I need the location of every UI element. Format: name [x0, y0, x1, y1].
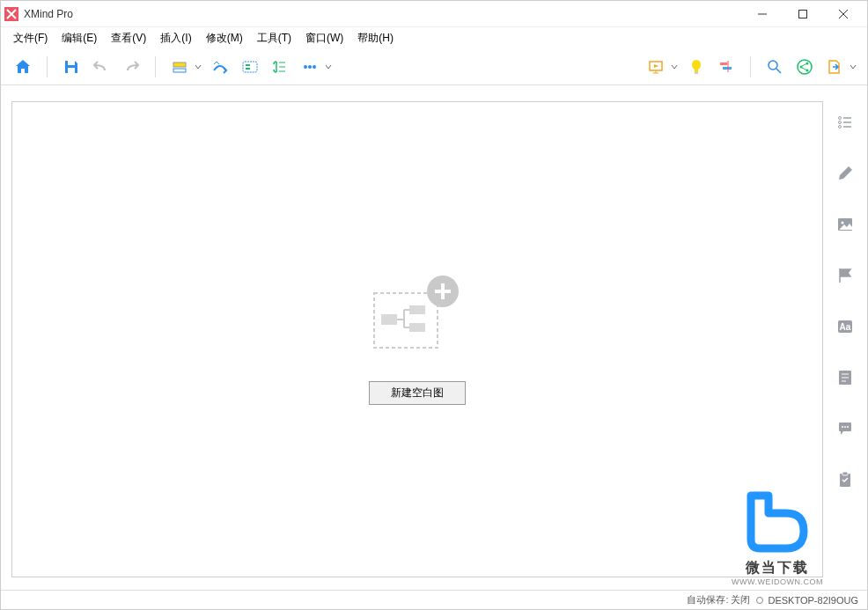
sidebar-marker[interactable]	[835, 265, 856, 286]
placeholder: 新建空白图	[369, 274, 466, 405]
svg-rect-4	[173, 62, 186, 67]
svg-text:Aa: Aa	[840, 322, 851, 332]
presentation-icon	[647, 58, 665, 76]
window-title: XMind Pro	[24, 8, 742, 20]
boundary-button[interactable]	[237, 54, 263, 80]
sidebar-font[interactable]: Aa	[835, 316, 856, 337]
font-icon: Aa	[836, 318, 854, 335]
svg-rect-3	[68, 68, 75, 73]
svg-point-22	[769, 61, 777, 70]
gantt-button[interactable]	[713, 54, 739, 80]
summary-button[interactable]	[267, 54, 293, 80]
menu-window[interactable]: 窗口(W)	[298, 29, 350, 48]
svg-rect-2	[68, 61, 75, 65]
separator	[750, 56, 751, 77]
svg-rect-19	[720, 62, 727, 65]
separator	[155, 56, 156, 77]
relationship-button[interactable]	[207, 54, 233, 80]
notes-icon	[836, 369, 854, 386]
gantt-icon	[717, 58, 735, 76]
menu-insert[interactable]: 插入(I)	[153, 29, 198, 48]
svg-rect-7	[246, 64, 250, 66]
idea-button[interactable]	[683, 54, 710, 80]
menu-file[interactable]: 文件(F)	[6, 29, 55, 48]
menu-help[interactable]: 帮助(H)	[350, 29, 401, 48]
sidebar-image[interactable]	[835, 214, 856, 235]
share-icon	[796, 58, 813, 76]
lightbulb-icon	[688, 58, 705, 76]
menu-tools[interactable]: 工具(T)	[250, 29, 298, 48]
svg-line-29	[802, 68, 806, 70]
canvas-area[interactable]: 新建空白图	[11, 101, 823, 577]
search-button[interactable]	[761, 54, 788, 80]
svg-point-13	[308, 65, 312, 69]
save-button[interactable]	[58, 54, 85, 80]
svg-point-14	[313, 65, 316, 69]
relationship-icon	[211, 58, 229, 76]
titlebar: XMind Pro	[1, 1, 867, 27]
svg-line-23	[776, 69, 781, 73]
menu-edit[interactable]: 编辑(E)	[55, 29, 104, 48]
right-sidebar: Aa	[823, 85, 867, 590]
svg-rect-33	[409, 323, 425, 332]
svg-point-48	[842, 222, 844, 224]
more-dropdown[interactable]	[323, 63, 334, 70]
svg-rect-6	[243, 62, 257, 72]
presentation-button[interactable]	[643, 54, 669, 80]
sidebar-format[interactable]	[835, 163, 856, 184]
svg-rect-1	[799, 10, 807, 18]
undo-button[interactable]	[88, 54, 114, 80]
topic-button[interactable]	[166, 54, 193, 80]
topic-dropdown[interactable]	[193, 63, 203, 70]
redo-icon	[122, 58, 140, 76]
more-button[interactable]	[297, 54, 323, 80]
statusbar: 自动保存: 关闭 DESKTOP-82I9OUG	[1, 590, 867, 609]
export-icon	[826, 58, 843, 76]
separator	[47, 56, 48, 77]
status-indicator-icon	[756, 597, 763, 604]
maximize-icon	[798, 10, 807, 18]
task-icon	[836, 471, 854, 489]
export-button[interactable]	[821, 54, 848, 80]
svg-point-55	[842, 426, 843, 428]
boundary-icon	[241, 58, 259, 76]
save-icon	[63, 58, 80, 76]
share-button[interactable]	[791, 54, 818, 80]
svg-rect-8	[246, 68, 250, 70]
svg-rect-5	[173, 69, 186, 72]
close-icon	[839, 10, 848, 18]
svg-point-45	[839, 126, 842, 129]
presentation-dropdown[interactable]	[669, 63, 680, 70]
svg-line-28	[802, 63, 806, 66]
svg-rect-31	[381, 314, 397, 325]
home-icon	[14, 58, 32, 76]
menu-modify[interactable]: 修改(M)	[199, 29, 250, 48]
close-button[interactable]	[823, 1, 864, 27]
home-button[interactable]	[10, 54, 36, 80]
svg-rect-20	[723, 67, 732, 70]
export-dropdown[interactable]	[848, 63, 858, 70]
image-icon	[836, 216, 854, 233]
summary-icon	[271, 58, 289, 76]
new-map-icon	[369, 274, 466, 356]
redo-button[interactable]	[118, 54, 144, 80]
flag-icon	[836, 267, 854, 284]
hostname-label: DESKTOP-82I9OUG	[769, 595, 859, 606]
svg-point-43	[839, 121, 842, 124]
menu-view[interactable]: 查看(V)	[104, 29, 153, 48]
new-blank-button[interactable]: 新建空白图	[369, 381, 466, 405]
svg-point-41	[839, 117, 842, 120]
sidebar-task[interactable]	[835, 469, 856, 490]
minimize-icon	[758, 10, 767, 18]
comments-icon	[836, 420, 854, 437]
sidebar-outline[interactable]	[835, 112, 856, 133]
minimize-button[interactable]	[742, 1, 783, 27]
topic-icon	[171, 58, 188, 76]
app-icon	[4, 7, 18, 21]
sidebar-notes[interactable]	[835, 367, 856, 388]
svg-rect-32	[409, 305, 425, 314]
sidebar-comments[interactable]	[835, 418, 856, 439]
maximize-button[interactable]	[783, 1, 823, 27]
brush-icon	[836, 165, 854, 182]
toolbar	[1, 48, 867, 85]
